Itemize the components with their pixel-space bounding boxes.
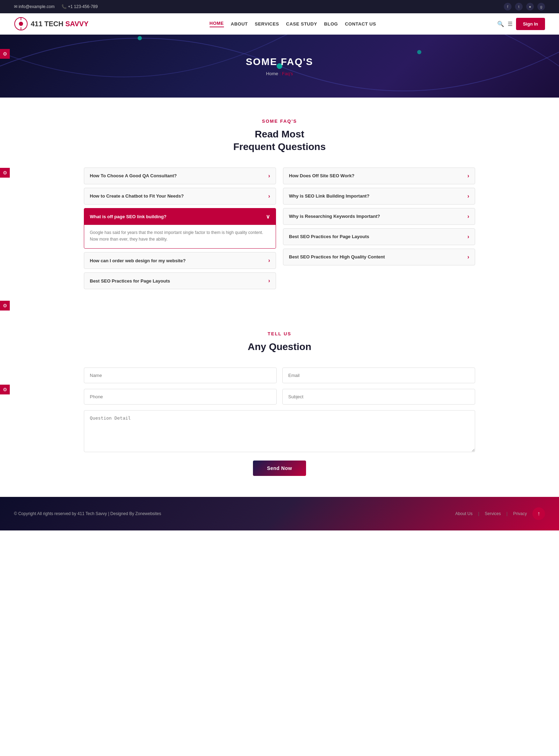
faq-item-5[interactable]: Best SEO Practices for Page Layouts ›: [84, 272, 276, 289]
faq-item-3-active[interactable]: What is off page SEO link building? ∨ Go…: [84, 208, 276, 249]
contact-title: Any Question: [84, 341, 475, 353]
phone-info: 📞 +1 123-456-789: [61, 4, 97, 9]
web-icon[interactable]: ●: [526, 3, 534, 10]
faq-item-r4[interactable]: Best SEO Practices for Page Layouts ›: [283, 228, 475, 245]
twitter-icon[interactable]: t: [515, 3, 523, 10]
faq-question-r4: Best SEO Practices for Page Layouts: [289, 234, 369, 239]
footer-divider-2: |: [507, 511, 508, 516]
faq-item-1[interactable]: How To Choose A Good QA Consultant? ›: [84, 167, 276, 184]
breadcrumb: Home : Faq's: [266, 71, 293, 76]
footer-about-link[interactable]: About Us: [455, 511, 472, 516]
main-nav: HOME ABOUT SERVICES CASE STUDY BLOG CONT…: [210, 21, 376, 27]
email-info: ✉ info@example.com: [14, 4, 55, 9]
subject-input[interactable]: [282, 389, 475, 405]
faq-section: SOME FAQ'S Read Most Frequent Questions …: [70, 98, 489, 324]
nav-contact[interactable]: CONTACT US: [345, 21, 376, 27]
faq-chevron-2: ›: [268, 193, 270, 199]
top-bar-right: f t ● g: [504, 3, 545, 10]
faq-chevron-4: ›: [268, 257, 270, 264]
contact-tag: TELL US: [84, 331, 475, 336]
email-input[interactable]: [282, 368, 475, 383]
faq-chevron-1: ›: [268, 173, 270, 179]
faq-header-r2[interactable]: Why is SEO Link Building Important? ›: [283, 188, 475, 204]
faq-grid: How To Choose A Good QA Consultant? › Ho…: [84, 167, 475, 289]
faq-body-3: Google has said for years that the most …: [84, 225, 276, 248]
settings-float-3[interactable]: ⚙: [0, 301, 10, 311]
faq-header-r5[interactable]: Best SEO Practices for High Quality Cont…: [283, 249, 475, 265]
scroll-top-button[interactable]: ↑: [532, 507, 545, 520]
logo-icon: [14, 17, 28, 31]
nav-blog[interactable]: BLOG: [324, 21, 338, 27]
menu-icon[interactable]: ☰: [508, 21, 513, 27]
settings-float-4[interactable]: ⚙: [0, 385, 10, 394]
send-button[interactable]: Send Now: [253, 461, 306, 476]
faq-item-4[interactable]: How can I order web design for my websit…: [84, 252, 276, 269]
faq-item-r2[interactable]: Why is SEO Link Building Important? ›: [283, 188, 475, 205]
nav-about[interactable]: ABOUT: [231, 21, 248, 27]
footer-copyright: © Copyright All rights reserved by 411 T…: [14, 511, 161, 516]
sign-in-button[interactable]: Sign In: [516, 18, 545, 30]
faq-question-r5: Best SEO Practices for High Quality Cont…: [289, 254, 385, 259]
footer-links: About Us | Services | Privacy ↑: [455, 507, 545, 520]
google-icon[interactable]: g: [537, 3, 545, 10]
logo[interactable]: 411 TECH SAVVY: [14, 17, 88, 31]
faq-header-2[interactable]: How to Create a Chatbot to Fit Your Need…: [84, 188, 276, 204]
facebook-icon[interactable]: f: [504, 3, 511, 10]
faq-question-2: How to Create a Chatbot to Fit Your Need…: [90, 193, 184, 199]
faq-chevron-5: ›: [268, 278, 270, 284]
logo-text: 411 TECH SAVVY: [31, 20, 88, 28]
contact-section: TELL US Any Question Send Now: [70, 324, 489, 497]
faq-header-r3[interactable]: Why is Researching Keywords Important? ›: [283, 208, 475, 224]
faq-chevron-r5: ›: [467, 254, 469, 260]
faq-question-r2: Why is SEO Link Building Important?: [289, 193, 369, 199]
faq-right-col: How Does Off Site SEO Work? › Why is SEO…: [283, 167, 475, 289]
form-row-1: [84, 368, 475, 383]
footer: © Copyright All rights reserved by 411 T…: [0, 497, 559, 530]
faq-question-5: Best SEO Practices for Page Layouts: [90, 278, 170, 284]
faq-item-r3[interactable]: Why is Researching Keywords Important? ›: [283, 208, 475, 225]
footer-services-link[interactable]: Services: [485, 511, 501, 516]
faq-header-1[interactable]: How To Choose A Good QA Consultant? ›: [84, 168, 276, 184]
settings-float-2[interactable]: ⚙: [0, 168, 10, 178]
faq-question-r1: How Does Off Site SEO Work?: [289, 173, 355, 178]
name-input[interactable]: [84, 368, 277, 383]
faq-item-2[interactable]: How to Create a Chatbot to Fit Your Need…: [84, 188, 276, 205]
search-icon[interactable]: 🔍: [497, 21, 504, 27]
faq-header-r1[interactable]: How Does Off Site SEO Work? ›: [283, 168, 475, 184]
faq-chevron-r1: ›: [467, 173, 469, 179]
faq-question-3: What is off page SEO link building?: [90, 214, 167, 219]
svg-point-1: [19, 22, 23, 26]
faq-header-3[interactable]: What is off page SEO link building? ∨: [84, 208, 276, 225]
faq-chevron-r3: ›: [467, 213, 469, 220]
faq-left-col: How To Choose A Good QA Consultant? › Ho…: [84, 167, 276, 289]
faq-title: Read Most Frequent Questions: [84, 128, 475, 154]
breadcrumb-current: Faq's: [282, 71, 293, 76]
faq-header-4[interactable]: How can I order web design for my websit…: [84, 252, 276, 269]
header: 411 TECH SAVVY HOME ABOUT SERVICES CASE …: [0, 13, 559, 35]
faq-question-1: How To Choose A Good QA Consultant?: [90, 173, 177, 178]
form-row-2: [84, 389, 475, 405]
phone-input[interactable]: [84, 389, 277, 405]
footer-divider-1: |: [478, 511, 479, 516]
faq-item-r5[interactable]: Best SEO Practices for High Quality Cont…: [283, 249, 475, 265]
nav-services[interactable]: SERVICES: [255, 21, 279, 27]
top-bar: ✉ info@example.com 📞 +1 123-456-789 f t …: [0, 0, 559, 13]
nav-actions: 🔍 ☰ Sign In: [497, 18, 545, 30]
settings-float-1[interactable]: ⚙: [0, 49, 10, 59]
hero-section: SOME FAQ'S Home : Faq's: [0, 35, 559, 98]
faq-chevron-3: ∨: [266, 213, 270, 220]
question-detail-input[interactable]: [84, 410, 475, 452]
faq-chevron-r4: ›: [467, 234, 469, 240]
top-bar-left: ✉ info@example.com 📞 +1 123-456-789: [14, 4, 98, 9]
nav-home[interactable]: HOME: [210, 21, 224, 27]
faq-item-r1[interactable]: How Does Off Site SEO Work? ›: [283, 167, 475, 184]
faq-header-r4[interactable]: Best SEO Practices for Page Layouts ›: [283, 229, 475, 245]
faq-question-r3: Why is Researching Keywords Important?: [289, 214, 380, 219]
nav-case-study[interactable]: CASE STUDY: [286, 21, 317, 27]
faq-question-4: How can I order web design for my websit…: [90, 258, 186, 263]
faq-tag: SOME FAQ'S: [84, 119, 475, 124]
breadcrumb-home[interactable]: Home: [266, 71, 278, 76]
footer-privacy-link[interactable]: Privacy: [513, 511, 527, 516]
faq-header-5[interactable]: Best SEO Practices for Page Layouts ›: [84, 273, 276, 289]
faq-chevron-r2: ›: [467, 193, 469, 199]
